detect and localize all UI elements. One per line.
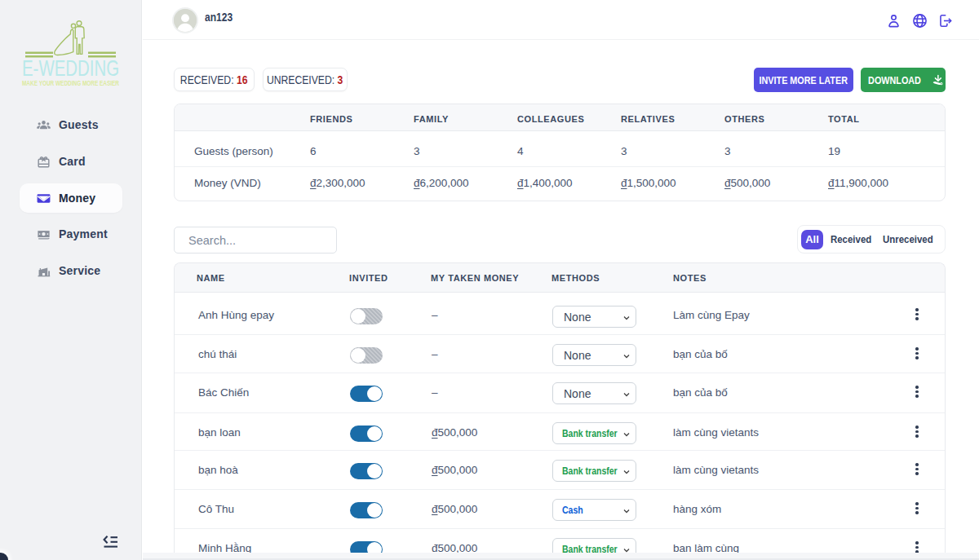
svg-text:MAKE YOUR WEDDING MORE EASIER: MAKE YOUR WEDDING MORE EASIER [22, 78, 119, 87]
svg-text:E-WEDDING: E-WEDDING [22, 55, 119, 81]
